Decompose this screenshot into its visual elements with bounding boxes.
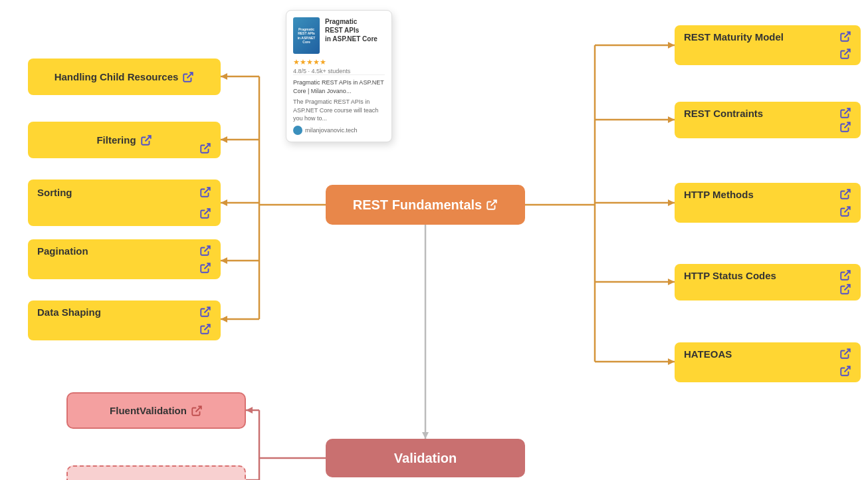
svg-line-42: [845, 32, 850, 37]
http-methods-node[interactable]: HTTP Methods: [675, 183, 861, 223]
svg-line-38: [205, 246, 210, 251]
course-desc-text: Pragmatic REST APIs in ASP.NET Core | Mi…: [293, 78, 385, 95]
rest-constraints-ext-top: [839, 107, 851, 119]
fluent-validation-label: FluentValidation: [110, 405, 187, 416]
svg-marker-15: [668, 42, 675, 49]
svg-marker-3: [221, 73, 227, 80]
svg-line-40: [205, 307, 210, 312]
pagination-ext-icon-top: [199, 245, 211, 257]
pagination-label: Pagination: [37, 245, 88, 257]
svg-line-51: [845, 366, 850, 372]
svg-line-47: [845, 207, 850, 212]
svg-line-48: [845, 271, 850, 276]
validation-node[interactable]: Validation: [326, 439, 525, 477]
rest-fundamentals-label: REST Fundamentals: [353, 197, 482, 213]
mind-map-canvas: PragmaticREST APIsin ASP.NETCore Pragmat…: [0, 0, 868, 480]
sorting-ext-icon-bottom: [199, 207, 211, 219]
svg-line-36: [205, 187, 210, 193]
svg-line-35: [205, 144, 210, 149]
course-desc-body: The Pragmatic REST APIs in ASP.NET Core …: [293, 98, 385, 123]
filtering-label: Filtering: [96, 134, 136, 146]
svg-marker-25: [422, 432, 429, 439]
rest-maturity-ext-top: [839, 31, 851, 43]
svg-marker-7: [221, 199, 227, 206]
author-name: milanjovanovic.tech: [305, 126, 358, 135]
data-shaping-ext-icon-top: [199, 306, 211, 318]
svg-line-46: [845, 189, 850, 195]
validation-label: Validation: [394, 451, 457, 466]
http-status-label: HTTP Status Codes: [684, 270, 776, 281]
http-status-ext-top: [839, 269, 851, 281]
course-title: Pragmatic REST APIs in ASP.NET Core: [325, 17, 378, 43]
svg-line-32: [491, 200, 496, 205]
course-author: milanjovanovic.tech: [293, 126, 385, 135]
svg-marker-23: [668, 358, 675, 365]
handling-child-resources-label: Handling Child Resources: [54, 71, 179, 82]
svg-line-33: [187, 72, 193, 78]
data-shaping-ext-icon-bottom: [199, 323, 211, 335]
svg-line-44: [845, 108, 850, 114]
svg-line-49: [845, 285, 850, 290]
course-description: Pragmatic REST APIs in ASP.NET Core | Mi…: [293, 74, 385, 135]
dashed-node[interactable]: [66, 465, 246, 480]
course-rating: 4.8/5 · 4.5k+ students: [293, 68, 385, 74]
http-methods-label: HTTP Methods: [684, 189, 754, 200]
sorting-node[interactable]: Sorting: [28, 180, 221, 226]
http-status-codes-node[interactable]: HTTP Status Codes: [675, 264, 861, 300]
svg-line-41: [205, 324, 210, 330]
course-card-header: PragmaticREST APIsin ASP.NETCore Pragmat…: [293, 17, 385, 54]
sorting-ext-icon-top: [199, 186, 211, 198]
http-status-ext-bottom: [839, 283, 851, 295]
svg-marker-29: [246, 407, 253, 414]
rest-constraints-label: REST Contraints: [684, 108, 763, 119]
http-methods-ext-bottom: [839, 205, 851, 217]
ext-icon-1: [182, 71, 194, 83]
data-shaping-label: Data Shaping: [37, 306, 101, 318]
svg-marker-19: [668, 199, 675, 206]
fluent-validation-ext-icon: [191, 405, 203, 417]
svg-line-45: [845, 122, 850, 128]
filtering-node[interactable]: Filtering: [28, 122, 221, 158]
rest-constraints-node[interactable]: REST Contraints: [675, 102, 861, 138]
svg-marker-17: [668, 116, 675, 123]
rest-fundamentals-ext-icon: [486, 199, 498, 211]
handling-child-resources-node[interactable]: Handling Child Resources: [28, 59, 221, 95]
pagination-node[interactable]: Pagination: [28, 239, 221, 279]
fluent-validation-node[interactable]: FluentValidation: [66, 392, 246, 429]
svg-marker-5: [221, 136, 227, 143]
svg-marker-9: [221, 257, 227, 264]
hateoas-label: HATEOAS: [684, 348, 732, 360]
course-stars: ★★★★★: [293, 58, 385, 66]
svg-line-50: [845, 349, 850, 354]
rest-maturity-label: REST Maturity Model: [684, 31, 784, 43]
course-card[interactable]: PragmaticREST APIsin ASP.NETCore Pragmat…: [286, 10, 392, 142]
rest-constraints-ext-bottom: [839, 121, 851, 133]
hateoas-node[interactable]: HATEOAS: [675, 342, 861, 382]
hateoas-ext-bottom: [839, 365, 851, 377]
rest-maturity-ext-bottom: [839, 48, 851, 60]
svg-marker-11: [221, 316, 227, 322]
svg-line-39: [205, 263, 210, 269]
author-avatar: [293, 126, 302, 135]
svg-marker-21: [668, 279, 675, 285]
rest-maturity-model-node[interactable]: REST Maturity Model: [675, 25, 861, 65]
svg-line-52: [195, 406, 201, 412]
svg-line-37: [205, 209, 210, 214]
pagination-ext-icon-bottom: [199, 262, 211, 274]
sorting-label: Sorting: [37, 187, 72, 198]
ext-icon-2b: [199, 142, 211, 154]
svg-line-43: [845, 49, 850, 55]
http-methods-ext-top: [839, 188, 851, 200]
ext-icon-2a: [140, 134, 152, 146]
hateoas-ext-top: [839, 348, 851, 360]
book-cover: PragmaticREST APIsin ASP.NETCore: [293, 17, 320, 54]
rest-fundamentals-node[interactable]: REST Fundamentals: [326, 185, 525, 225]
data-shaping-node[interactable]: Data Shaping: [28, 300, 221, 340]
svg-line-34: [145, 136, 150, 141]
